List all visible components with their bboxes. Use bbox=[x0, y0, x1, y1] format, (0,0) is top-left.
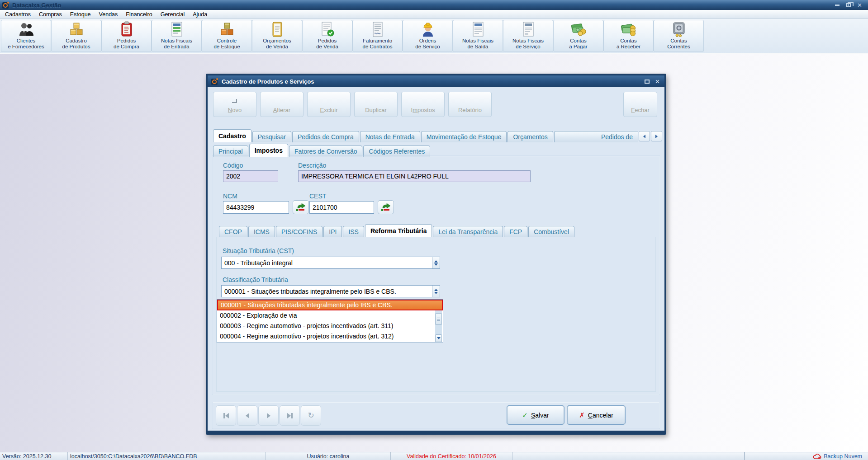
tab-scroll-left-icon[interactable] bbox=[639, 131, 650, 141]
duplicar-button[interactable]: Duplicar bbox=[354, 92, 398, 117]
alterar-button[interactable]: Alterar bbox=[260, 92, 304, 117]
list-item-selected[interactable]: 000001 - Situações tributadas integralme… bbox=[217, 300, 443, 310]
list-item[interactable]: 000003 - Regime automotivo - projetos in… bbox=[217, 321, 443, 331]
nav-refresh-button[interactable]: ↻ bbox=[301, 405, 321, 426]
toolbar-cadastro-produtos[interactable]: Cadastro de Produtos bbox=[51, 20, 101, 52]
toolbar-contas-correntes[interactable]: Contas Correntes bbox=[654, 20, 704, 52]
sub-tab-strip: Principal Impostos Fatores de Conversão … bbox=[213, 144, 431, 157]
tab-movimentacao-estoque[interactable]: Movimentação de Estoque bbox=[421, 131, 507, 142]
toolbar-nf-saida[interactable]: Notas Fiscais de Saída bbox=[453, 20, 503, 52]
tab-cadastro[interactable]: Cadastro bbox=[213, 129, 251, 142]
salvar-button[interactable]: ✓ Salvar bbox=[507, 406, 564, 424]
tab-fcp[interactable]: FCP bbox=[504, 226, 527, 237]
tab-lei-transparencia[interactable]: Lei da Transparência bbox=[433, 226, 503, 237]
scroll-thumb[interactable] bbox=[435, 313, 442, 325]
window-title: Datacaixa Gestão bbox=[12, 2, 61, 9]
menu-financeiro[interactable]: Financeiro bbox=[122, 10, 156, 19]
scroll-down-icon[interactable] bbox=[435, 334, 442, 342]
impostos-panel: Código 2002 Descrição IMPRESSORA TERMICA… bbox=[213, 156, 659, 394]
cst-label: Situação Tributária (CST) bbox=[223, 247, 294, 254]
menubar: Cadastros Compras Estoque Vendas Finance… bbox=[0, 10, 868, 19]
tab-combustivel[interactable]: Combustível bbox=[528, 226, 574, 237]
dialog-maximize-icon[interactable] bbox=[645, 80, 650, 84]
ncm-search-icon bbox=[296, 203, 306, 211]
descricao-field[interactable]: IMPRESSORA TERMICA ETI ELGIN L42PRO FULL bbox=[298, 170, 531, 182]
dialog-titlebar[interactable]: Cadastro de Produtos e Serviços ✕ bbox=[208, 75, 664, 87]
tab-pedidos-compra[interactable]: Pedidos de Compra bbox=[292, 131, 359, 142]
tab-pis-cofins[interactable]: PIS/COFINS bbox=[276, 226, 323, 237]
list-item[interactable]: 000002 - Exploração de via bbox=[217, 310, 443, 321]
menu-vendas[interactable]: Vendas bbox=[95, 10, 122, 19]
tab-principal[interactable]: Principal bbox=[213, 146, 248, 157]
tab-codigos-referentes[interactable]: Códigos Referentes bbox=[363, 146, 430, 157]
cloud-error-icon bbox=[813, 453, 821, 460]
menu-cadastros[interactable]: Cadastros bbox=[1, 10, 35, 19]
novo-button[interactable]: Novo bbox=[213, 92, 256, 117]
excluir-button[interactable]: Excluir bbox=[307, 92, 351, 117]
menu-gerencial[interactable]: Gerencial bbox=[157, 10, 189, 19]
dialog-cadastro-produtos: Cadastro de Produtos e Serviços ✕ Novo A… bbox=[206, 74, 666, 435]
toolbar-controle-estoque[interactable]: Controle de Estoque bbox=[202, 20, 252, 52]
tab-iss[interactable]: ISS bbox=[343, 226, 364, 237]
menu-estoque[interactable]: Estoque bbox=[66, 10, 95, 19]
tab-notas-entrada[interactable]: Notas de Entrada bbox=[360, 131, 420, 142]
tab-pesquisar[interactable]: Pesquisar bbox=[252, 131, 291, 142]
menu-ajuda[interactable]: Ajuda bbox=[189, 10, 211, 19]
tab-orcamentos[interactable]: Orçamentos bbox=[508, 131, 553, 142]
toolbar-clientes-fornecedores[interactable]: Clientes e Fornecedores bbox=[1, 20, 51, 52]
toolbar-contas-receber[interactable]: Contas a Receber bbox=[603, 20, 654, 52]
cst-spinner-icon[interactable] bbox=[432, 257, 440, 268]
statusbar: Versão: 2025.12.30 localhost/3050:C:\Dat… bbox=[0, 452, 868, 460]
nav-next-button[interactable] bbox=[258, 405, 279, 426]
status-user: Usuário: carolina bbox=[266, 452, 391, 460]
classificacao-value: 000001 - Situações tributadas integralme… bbox=[222, 286, 432, 297]
tab-icms[interactable]: ICMS bbox=[248, 226, 275, 237]
cest-search-button[interactable] bbox=[378, 200, 394, 214]
tab-fatores-conversao[interactable]: Fatores de Conversão bbox=[289, 146, 363, 157]
money-pay-icon bbox=[570, 21, 587, 38]
relatorio-button[interactable]: Relatório bbox=[448, 92, 492, 117]
safe-icon bbox=[671, 21, 687, 38]
toolbar-nf-servico[interactable]: Notas Fiscais de Serviço bbox=[503, 20, 553, 52]
restore-icon[interactable] bbox=[846, 3, 851, 7]
purchase-clipboard-icon bbox=[120, 21, 133, 38]
impostos-button[interactable]: Impostos bbox=[401, 92, 445, 117]
list-item[interactable]: 000004 - Regime automotivo - projetos in… bbox=[217, 331, 443, 342]
dialog-close-icon[interactable]: ✕ bbox=[655, 78, 660, 85]
cest-label: CEST bbox=[309, 192, 326, 200]
cst-combo[interactable]: 000 - Tributação integral bbox=[221, 257, 440, 269]
sales-order-check-icon bbox=[320, 21, 335, 38]
toolbar-ordens-servico[interactable]: Ordens de Serviço bbox=[403, 20, 453, 52]
classificacao-combo[interactable]: 000001 - Situações tributadas integralme… bbox=[221, 285, 440, 297]
cancelar-button[interactable]: ✗ Cancelar bbox=[567, 406, 625, 424]
menu-compras[interactable]: Compras bbox=[35, 10, 66, 19]
close-icon[interactable]: ✕ bbox=[857, 2, 862, 8]
status-version: Versão: 2025.12.30 bbox=[0, 452, 68, 460]
toolbar-faturamento-contratos[interactable]: Faturamento de Contratos bbox=[352, 20, 403, 52]
tab-reforma-tributaria[interactable]: Reforma Tributária bbox=[365, 224, 432, 237]
tab-ipi[interactable]: IPI bbox=[323, 226, 342, 237]
fechar-button[interactable]: Fechar bbox=[623, 92, 657, 117]
codigo-field[interactable]: 2002 bbox=[223, 170, 278, 182]
codigo-label: Código bbox=[223, 162, 243, 169]
tab-scroll-right-icon[interactable] bbox=[651, 131, 662, 141]
descricao-label: Descrição bbox=[298, 162, 326, 169]
tab-cfop[interactable]: CFOP bbox=[219, 226, 247, 237]
minimize-icon[interactable] bbox=[835, 5, 840, 6]
nav-last-button[interactable] bbox=[280, 405, 300, 426]
status-backup[interactable]: Backup Nuvem bbox=[745, 452, 868, 460]
toolbar-pedidos-compra[interactable]: Pedidos de Compra bbox=[101, 20, 152, 52]
ncm-field[interactable]: 84433299 bbox=[223, 201, 289, 214]
cest-field[interactable]: 2101700 bbox=[309, 201, 374, 214]
toolbar-pedidos-venda[interactable]: Pedidos de Venda bbox=[302, 20, 352, 52]
classificacao-spinner-icon[interactable] bbox=[432, 286, 440, 297]
toolbar-orcamentos-venda[interactable]: Orçamentos de Venda bbox=[252, 20, 302, 52]
toolbar-contas-pagar[interactable]: Contas a Pagar bbox=[553, 20, 603, 52]
nav-first-button[interactable] bbox=[216, 405, 236, 426]
toolbar-nf-entrada[interactable]: Notas Fiscais de Entrada bbox=[152, 20, 202, 52]
tab-pedidos-de-clipped[interactable]: Pedidos de bbox=[554, 131, 638, 142]
tab-impostos[interactable]: Impostos bbox=[249, 144, 288, 157]
ncm-search-button[interactable] bbox=[293, 200, 309, 214]
cest-search-icon bbox=[381, 203, 391, 211]
nav-prev-button[interactable] bbox=[237, 405, 257, 426]
